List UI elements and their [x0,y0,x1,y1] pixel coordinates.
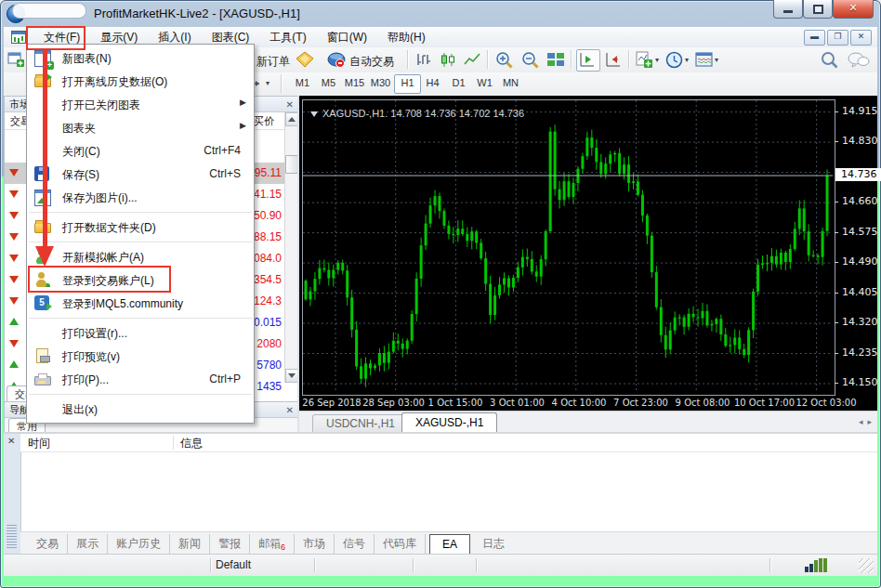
templates-dropdown-caret[interactable]: ▾ [715,56,718,64]
timeframe-button-d1[interactable]: D1 [446,74,471,92]
terminal-tab-新闻[interactable]: 新闻 [170,534,210,554]
terminal-tab-信号[interactable]: 信号 [335,534,375,554]
terminal-tab-市场[interactable]: 市场 [295,534,335,554]
timeframe-button-mn[interactable]: MN [498,74,523,92]
price-tick [835,383,838,384]
print-preview-icon [36,348,48,363]
price-tick [835,202,838,203]
market-watch-scrollbar[interactable] [284,112,297,383]
menubar-item-7[interactable]: 帮助(H) [377,27,436,48]
new-order-button[interactable]: 新订单 [256,54,290,70]
terminal-tab-ea[interactable]: EA [429,534,470,555]
timeframe-button-m1[interactable]: M1 [290,74,315,92]
price-scale[interactable]: 14.91514.83014.66014.57514.49014.40514.3… [835,99,877,394]
chart-tab-2[interactable]: XAGUSD-,H1 [401,412,497,434]
menu-item-6[interactable]: 保存(S)Ctrl+S [27,163,254,186]
search-icon[interactable] [820,50,839,70]
terminal-tab-交易[interactable]: 交易 [28,534,68,554]
timeframe-button-m5[interactable]: M5 [316,74,341,92]
time-label: 9 Oct 08:00 [676,398,730,408]
timeframe-button-w1[interactable]: W1 [472,74,497,92]
mdi-restore-button[interactable]: ❐ [827,30,848,46]
timeframe-button-m30[interactable]: M30 [368,74,393,92]
current-price-tag: 14.736 [835,168,881,181]
chart-tabs-bar: ◂ ▸ USDCNH-,H1XAGUSD-,H1 [299,411,877,433]
terminal-grip-icon[interactable] [7,524,17,548]
periods-icon[interactable] [665,51,683,69]
mdi-minimize-button[interactable]: ▬ [804,30,825,46]
minimize-icon [783,10,793,13]
message-column-header[interactable]: 信息 [180,436,203,451]
line-chart-mode-icon[interactable] [463,51,481,69]
time-axis[interactable]: 26 Sep 201828 Sep 03:001 Oct 15:003 Oct … [302,397,834,411]
timeframe-button-h4[interactable]: H4 [420,74,445,92]
chart-plot-area[interactable]: XAGUSD-,H1. 14.708 14.736 14.702 14.736 [302,99,835,396]
scroll-thumb[interactable] [285,155,298,174]
menu-item-13[interactable]: 登录到MQL5.community [27,292,254,315]
menu-item-2[interactable]: 打开离线历史数据(O) [27,70,254,93]
menu-item-15[interactable]: 打印设置(r)... [27,321,254,345]
menu-item-4[interactable]: 图表夹▶ [27,116,254,139]
tab-scroll-arrows[interactable]: ◂ ▸ [859,417,872,426]
menu-item-shortcut: Ctrl+P [209,372,241,385]
zoom-out-icon[interactable] [520,50,541,70]
mql5-icon [34,295,49,310]
candlestick-mode-icon[interactable] [439,51,457,69]
bar-chart-mode-icon[interactable] [414,51,433,69]
terminal-tab-展示[interactable]: 展示 [68,534,108,554]
time-column-header[interactable]: 时间 [28,436,50,451]
menu-item-17[interactable]: 打印(P)...Ctrl+P [27,368,254,391]
indicators-icon[interactable] [636,51,653,69]
autotrading-icon [327,51,346,69]
zoom-in-icon[interactable] [494,50,515,70]
menu-item-3[interactable]: 打开已关闭图表▶ [27,93,254,116]
chart-tab-1[interactable]: USDCNH-,H1 [312,414,409,433]
navigator-close-icon[interactable]: ✕ [286,403,294,418]
scroll-down-button[interactable] [285,369,298,383]
chart-quick-nav-icon[interactable] [310,111,318,117]
chat-icon[interactable] [848,51,870,69]
terminal-tab-警报[interactable]: 警报 [210,534,250,554]
indicators-dropdown-caret[interactable]: ▾ [655,56,659,64]
tile-windows-icon[interactable] [546,51,565,69]
price-label: 14.405 [842,286,878,298]
menu-item-16[interactable]: 打印预览(v) [27,345,254,368]
menubar-item-5[interactable]: 工具(T) [259,27,316,48]
cursor-dropdown-caret[interactable]: ▾ [266,79,270,87]
title-bar[interactable]: ProfitMarketHK-Live2 - [XAGUSD-,H1] ✕ [0,0,881,27]
terminal-close-icon[interactable]: ✕ [7,436,15,446]
bid-price: 124.3 [254,294,282,307]
market-watch-close-icon[interactable]: ✕ [286,98,294,112]
templates-icon[interactable] [695,51,713,69]
periods-dropdown-caret[interactable]: ▾ [685,56,689,64]
terminal-tab-账户历史[interactable]: 账户历史 [108,534,170,554]
menubar-item-6[interactable]: 窗口(W) [317,27,377,48]
resize-grip[interactable] [859,558,874,573]
menu-item-5[interactable]: 关闭(C)Ctrl+F4 [27,139,254,163]
menu-item-9[interactable]: 打开数据文件夹(D) [27,216,254,239]
titlebar-pill [12,3,86,19]
price-tick [835,111,838,112]
terminal-tab-邮箱[interactable]: 邮箱6 [250,534,295,554]
bid-column-header[interactable]: 买价 [254,114,274,128]
new-chart-toolbar-icon[interactable] [7,51,24,68]
terminal-tab-代码库[interactable]: 代码库 [375,534,426,554]
autotrading-button[interactable]: 自动交易 [349,54,394,70]
price-tick [835,141,838,142]
menu-item-7[interactable]: 保存为图片(i)... [27,186,254,209]
mail-badge: 6 [281,542,285,552]
timeframe-button-h1[interactable]: H1 [394,74,421,94]
chart-shift-icon[interactable] [604,52,623,69]
scroll-up-button[interactable] [285,112,298,126]
terminal-tab-日志[interactable]: 日志 [474,534,513,554]
menu-item-19[interactable]: 退出(x) [27,398,254,421]
profile-indicator[interactable]: Default [216,558,251,571]
restore-button[interactable] [803,0,833,19]
timeframe-button-m15[interactable]: M15 [342,74,367,92]
price-tick [835,232,838,233]
history-center-icon[interactable] [296,51,314,69]
close-button[interactable]: ✕ [833,0,874,19]
minimize-button[interactable] [773,0,803,19]
mdi-close-button[interactable]: ✕ [850,30,872,46]
menu-separator [29,318,252,319]
